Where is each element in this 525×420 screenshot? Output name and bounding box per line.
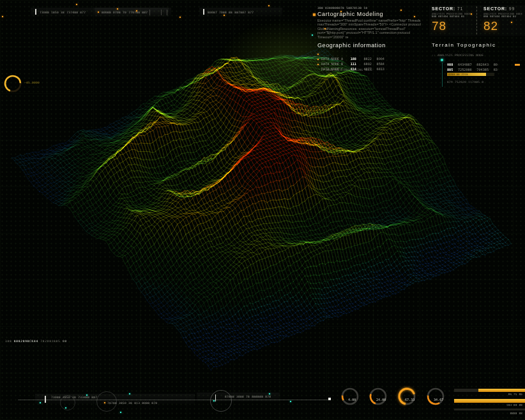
geographic-title: Geographic information	[317, 42, 423, 49]
bullet-icon	[313, 13, 316, 16]
digits-bright: 8882898CK44	[14, 339, 41, 342]
gauge-arc-svg	[396, 386, 418, 407]
sector-digits: 888 887404 887404 84	[432, 15, 464, 18]
top-ticker-text-2: 80088 0708 70 770788 887	[102, 10, 148, 13]
gauge-2: 24.00	[367, 386, 389, 410]
teal-node-icon	[441, 59, 443, 61]
code-line: GlobalNamingResources: executor="tomcatT…	[317, 27, 421, 31]
terrain-panel-title: Terrain Topographic	[432, 42, 525, 48]
orange-dot-icon	[179, 17, 181, 18]
hbar-2-fill	[454, 399, 525, 403]
axis-end-square	[328, 398, 331, 400]
orange-dot-icon	[136, 10, 137, 11]
hbar-3-label: 8888 88	[510, 412, 522, 415]
cartographic-digits: 388 0340808078 58878138 18	[317, 6, 367, 9]
bottom-tick-1	[45, 396, 46, 403]
bullet-icon	[317, 64, 319, 65]
terrain-topographic-panel: Terrain Topographic :: ANALYSIS PROCESSI…	[432, 42, 525, 48]
sector-panels: SECTOR: 71 ANALYSIS PROCESSING NODE 888 …	[429, 5, 525, 36]
gauge-value: 24.00	[376, 398, 386, 401]
teal-dot-icon	[120, 412, 121, 413]
digits-dim: 00	[63, 339, 67, 342]
bottom-ticker-text-1: 73088 3850 38 733488 887	[51, 395, 97, 398]
sector-id: 99	[509, 6, 515, 11]
gauge-arc-svg	[367, 386, 389, 407]
right-bars: 86 75 86 184 88 88 8888 88	[454, 389, 525, 410]
code-line: Timeout="20000" re	[317, 35, 421, 39]
code-line: Executor name="ThreadPool:conf/me" nameP…	[317, 19, 421, 22]
orange-dot-icon	[268, 5, 270, 6]
gauge-1: 4.00	[339, 386, 361, 410]
sector-id: 71	[457, 6, 463, 11]
orange-dot-icon	[2, 16, 3, 17]
gauge-4: 34.67	[425, 386, 446, 410]
orange-dash-icon	[515, 64, 520, 66]
left-gauge: -45.0000	[1, 72, 24, 98]
hbar-2-label: 184 88 88	[506, 403, 522, 407]
sector-divider	[476, 6, 477, 34]
row-v4: 83	[494, 68, 498, 71]
terrain-panel-subtitle: :: ANALYSIS PROCESSING NODE	[432, 53, 483, 56]
bullet-icon	[104, 402, 105, 403]
hbar-1-label: 86 75 86	[508, 393, 522, 396]
orange-dot-icon	[324, 28, 326, 29]
top-ticker-text-1: 73088 1850 38 737488 877	[40, 10, 86, 13]
orange-dot-icon	[471, 13, 472, 15]
code-line: maxThreads="300" minSpareThreads="50"/> …	[317, 22, 421, 26]
cartographic-code: Executor name="ThreadPool:conf/me" nameP…	[317, 19, 430, 39]
sector-title: SECTOR: 99	[483, 6, 523, 11]
sector-panel-99: SECTOR: 99 ANALYSIS PROCESSING NODE 888 …	[483, 6, 523, 33]
sector-value: 78	[432, 19, 475, 33]
gauge-value: 4.00	[348, 398, 356, 401]
teal-dot-icon	[312, 34, 313, 36]
orange-dot-icon	[414, 16, 415, 17]
teal-dot-icon	[40, 402, 41, 403]
geographic-footer: :: ANALYSIS PROCESSING NODE	[321, 68, 372, 71]
teal-dot-icon	[65, 407, 66, 409]
orange-dot-icon	[224, 15, 225, 16]
teal-dot-icon	[86, 394, 88, 396]
row-v2: 7252086	[458, 68, 472, 71]
digits-dim: 782081885	[40, 339, 63, 342]
ticker-tick-3	[203, 9, 204, 15]
gauge-value: 67.33	[405, 398, 415, 401]
teal-dot-icon	[269, 393, 270, 394]
row-v3: 6813	[377, 67, 384, 71]
hbar-3	[454, 409, 525, 410]
ticker-tick-1	[35, 9, 36, 15]
sector-digits: 888 887404 887404 84	[483, 15, 514, 18]
sector-label-text: SECTOR:	[432, 6, 455, 11]
sector-panel-71: SECTOR: 71 ANALYSIS PROCESSING NODE 888 …	[432, 6, 475, 33]
row-v1: 885	[447, 68, 453, 71]
teal-dot-icon	[290, 401, 291, 402]
digits-dim: 388	[5, 339, 14, 342]
top-ticker-text-3: 80087 7088 88 887887 877	[208, 10, 254, 13]
orange-dot-icon	[340, 11, 342, 12]
gauge-arc-svg	[339, 386, 361, 407]
bullet-icon	[317, 59, 319, 60]
left-gauge-arc	[1, 72, 24, 95]
sector-title: SECTOR: 71	[432, 6, 475, 11]
teal-dot-icon	[213, 400, 215, 401]
orange-dot-icon	[400, 10, 402, 11]
hbar-1	[454, 389, 525, 392]
bullet-icon	[98, 11, 99, 13]
geographic-panel: Geographic information DATA NODE A 188 8…	[317, 42, 423, 49]
orange-dot-icon	[511, 22, 512, 23]
code-line: port="${http.port}" protocol="HTTP/1.1" …	[317, 31, 421, 34]
teal-connector-line	[442, 63, 443, 87]
bottom-left-digits: 388 8882898CK44 782081885 00	[5, 339, 67, 342]
teal-dot-icon	[129, 393, 130, 394]
gauge-value: 34.67	[434, 398, 443, 401]
gauge-3: 67.33	[396, 386, 418, 410]
row-v3: 704385	[476, 68, 489, 71]
orange-dot-icon	[117, 8, 118, 10]
sector-label-text: SECTOR:	[483, 6, 507, 11]
bottom-ticker-text-2: 78788 3850 38 813 8088 878	[107, 401, 157, 404]
hbar-2	[454, 399, 525, 403]
orange-dot-icon	[76, 4, 77, 5]
hbar-1-fill	[478, 389, 525, 392]
terrain-progress-track: 4788 88 7778	[447, 73, 494, 76]
gauge-arc-svg	[425, 386, 446, 407]
terrain-row: 885 7252086 704385 83	[447, 63, 498, 73]
